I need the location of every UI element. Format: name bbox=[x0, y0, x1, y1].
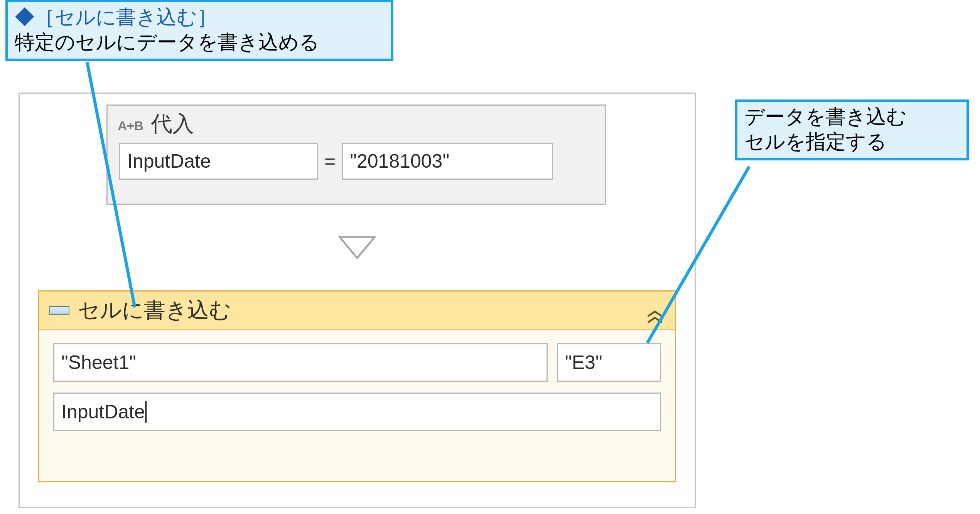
write-cell-header: セルに書き込む bbox=[39, 292, 675, 330]
diamond-icon: ◆ bbox=[15, 6, 35, 28]
equals-sign: = bbox=[322, 150, 338, 172]
assign-value-field[interactable]: "20181003" bbox=[342, 143, 553, 180]
text-caret bbox=[145, 401, 147, 423]
sheet-name-field[interactable]: "Sheet1" bbox=[53, 343, 548, 382]
svg-marker-0 bbox=[340, 237, 374, 258]
callout-body: 特定のセルにデータを書き込める bbox=[15, 30, 384, 55]
callout-line2: セルを指定する bbox=[744, 129, 960, 154]
callout-write-cell-explain: ◆［セルに書き込む］ 特定のセルにデータを書き込める bbox=[5, 0, 393, 61]
callout-specify-cell: データを書き込む セルを指定する bbox=[735, 99, 969, 160]
write-cell-icon bbox=[49, 306, 69, 315]
assign-activity[interactable]: A+B 代入 InputDate = "20181003" bbox=[106, 104, 606, 205]
write-cell-activity[interactable]: セルに書き込む "Sheet1" "E3" InputDate bbox=[38, 290, 676, 482]
assign-title: 代入 bbox=[151, 110, 194, 139]
flow-arrow-icon bbox=[336, 234, 378, 262]
workflow-panel: A+B 代入 InputDate = "20181003" セルに書き込む bbox=[19, 93, 696, 508]
assign-icon: A+B bbox=[118, 118, 143, 133]
cell-value-text: InputDate bbox=[61, 401, 145, 423]
assign-to-field[interactable]: InputDate bbox=[119, 143, 318, 180]
cell-value-field[interactable]: InputDate bbox=[53, 393, 661, 431]
callout-title: ◆［セルに書き込む］ bbox=[15, 5, 384, 30]
assign-header: A+B 代入 bbox=[108, 106, 605, 141]
write-cell-title: セルに書き込む bbox=[78, 296, 231, 325]
cell-address-field[interactable]: "E3" bbox=[557, 343, 661, 382]
callout-line1: データを書き込む bbox=[744, 104, 960, 129]
